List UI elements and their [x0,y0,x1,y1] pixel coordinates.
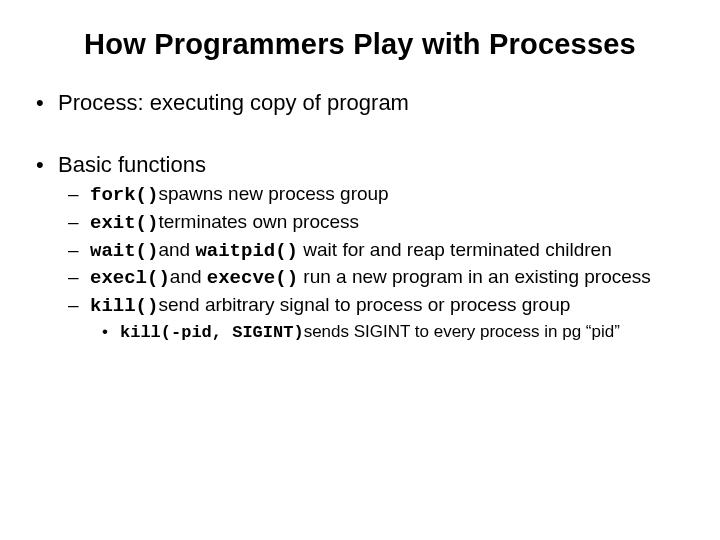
subsubbullet-kill-example: kill(-pid, SIGINT)sends SIGINT to every … [98,321,690,343]
subbullet-exit: exit()terminates own process [62,210,690,236]
bullet-process-definition: Process: executing copy of program [30,89,690,117]
bullet-list-level-3: kill(-pid, SIGINT)sends SIGINT to every … [90,321,690,343]
bullet-text: Basic functions [58,152,206,177]
code-execl: execl() [90,267,170,289]
text-wait-desc: wait for and reap terminated children [298,239,612,260]
text-kill-example: sends SIGINT to every process in pg “pid… [304,322,620,341]
text-fork: spawns new process group [158,183,388,204]
slide: How Programmers Play with Processes Proc… [0,0,720,540]
bullet-list-level-2: fork()spawns new process group exit()ter… [58,182,690,343]
subbullet-kill: kill()send arbitrary signal to process o… [62,293,690,343]
bullet-basic-functions: Basic functions fork()spawns new process… [30,151,690,344]
code-wait: wait() [90,240,158,262]
subbullet-fork: fork()spawns new process group [62,182,690,208]
text-exit: terminates own process [158,211,359,232]
code-kill: kill() [90,295,158,317]
code-kill-example: kill(-pid, SIGINT) [120,323,304,342]
subbullet-exec: execl()and execve() run a new program in… [62,265,690,291]
code-waitpid: waitpid() [195,240,298,262]
text-exec-and: and [170,266,207,287]
slide-title: How Programmers Play with Processes [30,28,690,61]
text-wait-and: and [158,239,195,260]
code-execve: execve() [207,267,298,289]
bullet-list-level-1: Process: executing copy of program Basic… [30,89,690,343]
bullet-text: Process: executing copy of program [58,90,409,115]
code-exit: exit() [90,212,158,234]
text-exec-desc: run a new program in an existing process [298,266,651,287]
text-kill-desc: send arbitrary signal to process or proc… [158,294,570,315]
subbullet-wait: wait()and waitpid() wait for and reap te… [62,238,690,264]
code-fork: fork() [90,184,158,206]
